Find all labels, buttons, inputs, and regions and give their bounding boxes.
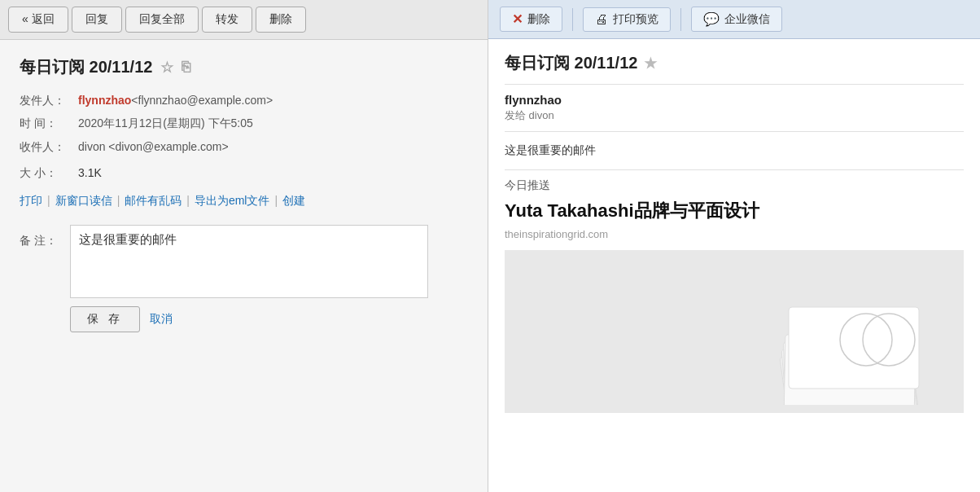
recipient-value: divon <divon@example.com> bbox=[78, 138, 229, 156]
toolbar-separator-1 bbox=[572, 8, 573, 31]
right-push-label: 今日推送 bbox=[505, 178, 964, 193]
right-note-text: 这是很重要的邮件 bbox=[505, 140, 964, 161]
sep2: | bbox=[117, 194, 120, 209]
section-divider bbox=[505, 169, 964, 170]
right-wechat-label: 企业微信 bbox=[724, 12, 770, 27]
recipient-row: 收件人： divon <divon@example.com> bbox=[20, 138, 468, 156]
size-value: 3.1K bbox=[78, 164, 102, 182]
right-print-button[interactable]: 🖨 打印预览 bbox=[583, 7, 671, 32]
left-panel: « 返回 回复 回复全部 转发 删除 每日订阅 20/11/12 ☆ ⎘ 发件人… bbox=[0, 0, 488, 492]
right-print-label: 打印预览 bbox=[613, 12, 658, 27]
back-button[interactable]: « 返回 bbox=[8, 7, 68, 33]
time-row: 时 间： 2020年11月12日(星期四) 下午5:05 bbox=[20, 114, 468, 132]
right-delete-button[interactable]: ✕ 删除 bbox=[500, 7, 562, 32]
recipient-label: 收件人： bbox=[20, 138, 78, 156]
time-value: 2020年11月12日(星期四) 下午5:05 bbox=[78, 114, 253, 132]
star-icon[interactable]: ☆ bbox=[160, 59, 173, 77]
right-delete-label: 删除 bbox=[527, 12, 550, 27]
meta-table: 发件人： flynnzhao <flynnzhao@example.com> 时… bbox=[20, 91, 468, 156]
time-label: 时 间： bbox=[20, 114, 78, 132]
reply-all-button[interactable]: 回复全部 bbox=[125, 7, 199, 33]
print-link[interactable]: 打印 bbox=[20, 194, 42, 209]
cancel-button[interactable]: 取消 bbox=[150, 312, 173, 327]
actions-row: 打印 | 新窗口读信 | 邮件有乱码 | 导出为eml文件 | 创建 bbox=[20, 194, 468, 209]
garbled-link[interactable]: 邮件有乱码 bbox=[125, 194, 182, 209]
delete-button[interactable]: 删除 bbox=[256, 7, 306, 33]
meta-divider bbox=[505, 84, 964, 85]
forward-button[interactable]: 转发 bbox=[202, 7, 252, 33]
right-wechat-button[interactable]: 💬 企业微信 bbox=[691, 7, 782, 32]
sender-name: flynnzhao bbox=[78, 91, 131, 109]
right-toolbar: ✕ 删除 🖨 打印预览 💬 企业微信 bbox=[488, 0, 980, 39]
right-article-source: theinspirationgrid.com bbox=[505, 228, 964, 240]
email-content: 每日订阅 20/11/12 ☆ ⎘ 发件人： flynnzhao <flynnz… bbox=[0, 40, 488, 492]
right-subject-text: 每日订阅 20/11/12 bbox=[505, 52, 637, 74]
right-star-icon[interactable]: ★ bbox=[644, 55, 657, 72]
create-link[interactable]: 创建 bbox=[282, 194, 305, 209]
svg-rect-4 bbox=[789, 307, 919, 389]
export-link[interactable]: 导出为eml文件 bbox=[195, 194, 270, 209]
left-toolbar: « 返回 回复 回复全部 转发 删除 bbox=[0, 0, 488, 40]
link-icon[interactable]: ⎘ bbox=[182, 59, 190, 76]
size-label: 大 小： bbox=[20, 164, 78, 182]
right-article-title: Yuta Takahashi品牌与平面设计 bbox=[505, 200, 964, 223]
toolbar-separator-2 bbox=[680, 8, 681, 31]
note-section: 备 注： 这是很重要的邮件 保 存 取消 bbox=[20, 225, 468, 332]
print-icon: 🖨 bbox=[595, 12, 608, 27]
wechat-icon: 💬 bbox=[703, 11, 720, 27]
note-buttons: 保 存 取消 bbox=[70, 306, 468, 332]
note-textarea[interactable]: 这是很重要的邮件 bbox=[70, 225, 428, 298]
article-image-svg bbox=[777, 258, 939, 405]
size-row: 大 小： 3.1K bbox=[20, 164, 468, 182]
sender-email: <flynnzhao@example.com> bbox=[131, 91, 273, 109]
sender-row: 发件人： flynnzhao <flynnzhao@example.com> bbox=[20, 91, 468, 109]
email-subject: 每日订阅 20/11/12 ☆ ⎘ bbox=[20, 56, 468, 78]
subject-text: 每日订阅 20/11/12 bbox=[20, 56, 152, 78]
right-subject: 每日订阅 20/11/12 ★ bbox=[505, 52, 964, 74]
right-panel: ✕ 删除 🖨 打印预览 💬 企业微信 每日订阅 20/11/12 ★ flynn… bbox=[488, 0, 980, 492]
save-button[interactable]: 保 存 bbox=[70, 306, 140, 332]
note-input-area: 这是很重要的邮件 保 存 取消 bbox=[70, 225, 468, 332]
reply-button[interactable]: 回复 bbox=[72, 7, 122, 33]
right-article-image bbox=[505, 250, 964, 413]
note-divider bbox=[505, 131, 964, 132]
new-window-link[interactable]: 新窗口读信 bbox=[55, 194, 112, 209]
right-content: 每日订阅 20/11/12 ★ flynnzhao 发给 divon 这是很重要… bbox=[488, 39, 980, 492]
sep4: | bbox=[274, 194, 278, 209]
right-sender: flynnzhao bbox=[505, 93, 964, 107]
right-to: 发给 divon bbox=[505, 108, 964, 123]
delete-icon: ✕ bbox=[512, 11, 523, 27]
sep3: | bbox=[186, 194, 190, 209]
sender-label: 发件人： bbox=[20, 91, 78, 109]
sep1: | bbox=[47, 194, 50, 209]
note-label: 备 注： bbox=[20, 225, 60, 249]
